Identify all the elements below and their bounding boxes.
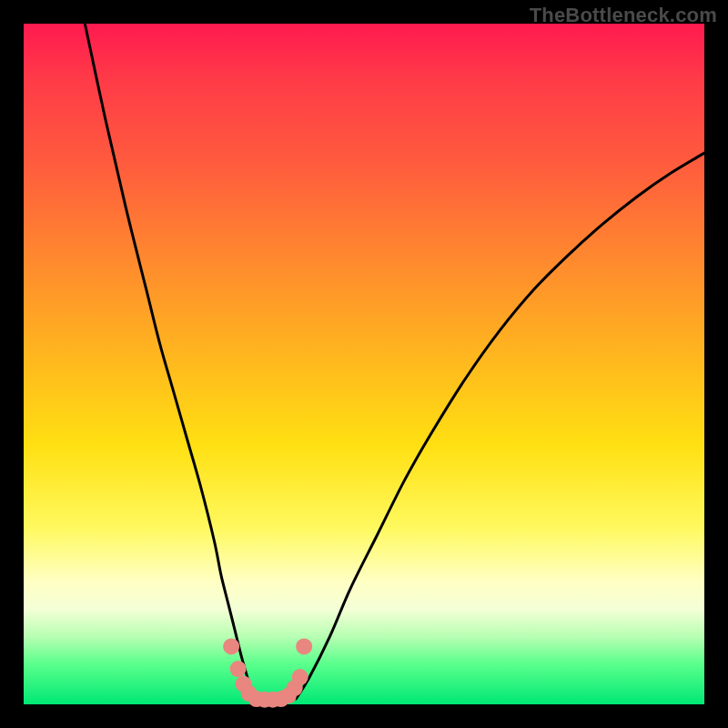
- curve-left-branch: [85, 24, 254, 699]
- bottom-markers: [223, 638, 312, 707]
- marker-dot: [223, 638, 239, 654]
- curve-left-branch-path: [85, 24, 254, 699]
- plot-area: [24, 24, 704, 704]
- marker-dot: [230, 661, 247, 677]
- chart-svg: [24, 24, 704, 704]
- marker-dot: [296, 638, 312, 654]
- curve-right-branch-path: [296, 153, 704, 699]
- marker-dot: [292, 669, 308, 685]
- outer-frame: TheBottleneck.com: [0, 0, 728, 728]
- curve-right-branch: [296, 153, 704, 699]
- watermark-text: TheBottleneck.com: [530, 4, 717, 27]
